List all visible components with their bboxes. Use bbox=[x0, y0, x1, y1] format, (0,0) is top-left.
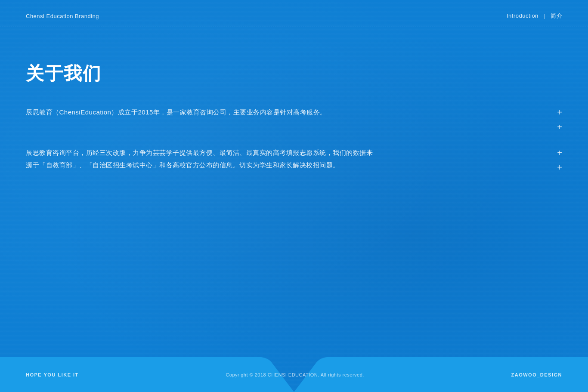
plus-icon-4[interactable]: + bbox=[557, 163, 562, 172]
nav-chinese-label: 简介 bbox=[551, 12, 562, 19]
plus-icons-group-2: + + bbox=[557, 147, 562, 172]
page-wrapper: Chensi Education Branding Introduction |… bbox=[0, 0, 588, 392]
plus-icon-2[interactable]: + bbox=[557, 123, 562, 131]
plus-icon-1[interactable]: + bbox=[557, 108, 562, 117]
paragraph-1: 辰思教育（ChensiEducation）成立于2015年，是一家教育咨询公司，… bbox=[26, 106, 327, 119]
header: Chensi Education Branding Introduction |… bbox=[0, 0, 588, 27]
footer-right-text: ZAOWOO_DESIGN bbox=[511, 372, 562, 377]
content-section-2: 辰思教育咨询平台，历经三次改版，力争为芸芸学子提供最方便、最简洁、最真实的高考填… bbox=[26, 147, 562, 172]
footer-left-text: HOPE YOU LIKE IT bbox=[26, 372, 79, 377]
paragraph-2: 辰思教育咨询平台，历经三次改版，力争为芸芸学子提供最方便、最简洁、最真实的高考填… bbox=[26, 147, 379, 171]
brand-name: Chensi Education Branding bbox=[26, 13, 99, 19]
footer-container: HOPE YOU LIKE IT Copyright © 2018 CHENSI… bbox=[0, 340, 588, 392]
main-content: 关于我们 辰思教育（ChensiEducation）成立于2015年，是一家教育… bbox=[0, 27, 588, 392]
page-title: 关于我们 bbox=[26, 62, 562, 86]
plus-icons-group-1: + + bbox=[557, 106, 562, 131]
nav-intro-label: Introduction bbox=[507, 12, 538, 19]
footer-text-bar: HOPE YOU LIKE IT Copyright © 2018 CHENSI… bbox=[0, 358, 588, 392]
footer-center-text: Copyright © 2018 CHENSI EDUCATION. All r… bbox=[226, 372, 364, 377]
content-section-1: 辰思教育（ChensiEducation）成立于2015年，是一家教育咨询公司，… bbox=[26, 106, 562, 131]
plus-icon-3[interactable]: + bbox=[557, 148, 562, 157]
nav-separator: | bbox=[544, 12, 545, 19]
header-nav: Introduction | 简介 bbox=[507, 12, 562, 20]
